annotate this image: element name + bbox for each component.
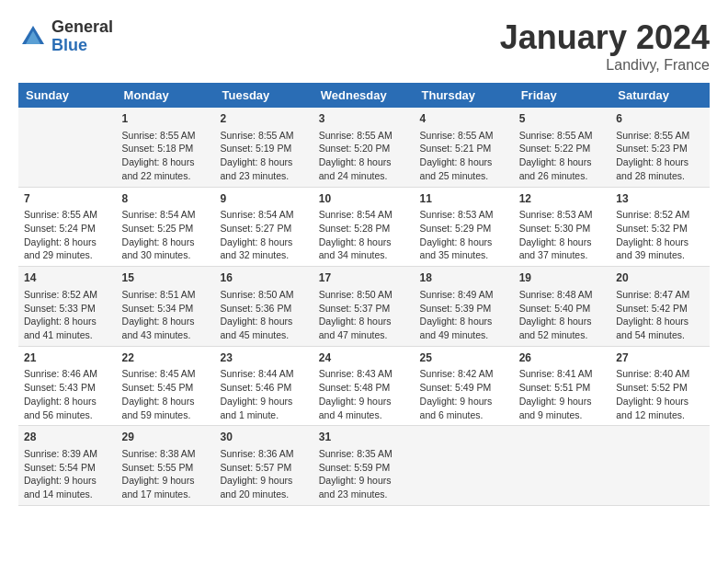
day-number: 15 — [122, 270, 210, 286]
day-cell: 10Sunrise: 8:54 AMSunset: 5:28 PMDayligh… — [313, 187, 415, 267]
day-number: 18 — [420, 270, 508, 286]
logo-blue-text: Blue — [51, 37, 113, 55]
sunset-text: Sunset: 5:33 PM — [24, 303, 96, 314]
day-number: 30 — [221, 430, 308, 445]
page-title: January 2024 — [500, 18, 710, 57]
sunset-text: Sunset: 5:40 PM — [519, 303, 591, 314]
sunrise-text: Sunrise: 8:43 AM — [319, 368, 392, 379]
sunrise-text: Sunrise: 8:39 AM — [24, 448, 97, 459]
day-cell: 31Sunrise: 8:35 AMSunset: 5:59 PMDayligh… — [313, 426, 415, 506]
sunrise-text: Sunrise: 8:44 AM — [221, 368, 294, 379]
sunrise-text: Sunrise: 8:54 AM — [221, 209, 294, 220]
sunrise-text: Sunrise: 8:50 AM — [221, 289, 294, 300]
daylight-text: Daylight: 8 hours and 30 minutes. — [122, 236, 195, 261]
day-cell: 29Sunrise: 8:38 AMSunset: 5:55 PMDayligh… — [117, 426, 215, 506]
daylight-text: Daylight: 8 hours and 34 minutes. — [319, 236, 392, 261]
day-cell — [18, 108, 117, 187]
sunrise-text: Sunrise: 8:55 AM — [221, 130, 294, 141]
daylight-text: Daylight: 9 hours and 12 minutes. — [616, 396, 688, 420]
daylight-text: Daylight: 8 hours and 56 minutes. — [24, 396, 97, 420]
week-row-3: 21Sunrise: 8:46 AMSunset: 5:43 PMDayligh… — [18, 346, 710, 426]
sunrise-text: Sunrise: 8:50 AM — [319, 289, 392, 300]
daylight-text: Daylight: 8 hours and 45 minutes. — [221, 316, 293, 340]
daylight-text: Daylight: 8 hours and 29 minutes. — [24, 236, 97, 261]
day-number: 2 — [221, 111, 308, 127]
calendar-table: SundayMondayTuesdayWednesdayThursdayFrid… — [18, 83, 710, 506]
sunset-text: Sunset: 5:43 PM — [24, 382, 96, 393]
sunset-text: Sunset: 5:29 PM — [420, 223, 492, 234]
day-number: 28 — [24, 430, 111, 445]
daylight-text: Daylight: 8 hours and 25 minutes. — [420, 156, 493, 181]
day-cell: 18Sunrise: 8:49 AMSunset: 5:39 PMDayligh… — [415, 267, 514, 347]
sunset-text: Sunset: 5:28 PM — [319, 223, 391, 234]
week-row-1: 7Sunrise: 8:55 AMSunset: 5:24 PMDaylight… — [18, 187, 710, 267]
logo: General Blue — [18, 18, 113, 55]
day-number: 26 — [519, 350, 606, 366]
day-cell — [514, 426, 611, 506]
daylight-text: Daylight: 9 hours and 4 minutes. — [319, 396, 392, 420]
daylight-text: Daylight: 8 hours and 22 minutes. — [122, 156, 195, 181]
day-number: 21 — [24, 350, 111, 366]
daylight-text: Daylight: 8 hours and 49 minutes. — [420, 316, 493, 340]
title-section: January 2024 Landivy, France — [500, 18, 710, 74]
daylight-text: Daylight: 8 hours and 54 minutes. — [616, 316, 688, 340]
header-wednesday: Wednesday — [313, 83, 415, 108]
day-number: 20 — [616, 270, 704, 286]
sunrise-text: Sunrise: 8:35 AM — [319, 448, 392, 459]
sunset-text: Sunset: 5:57 PM — [221, 462, 292, 473]
sunrise-text: Sunrise: 8:54 AM — [319, 209, 392, 220]
logo-general-text: General — [51, 18, 113, 37]
sunrise-text: Sunrise: 8:41 AM — [519, 368, 593, 379]
page-header: General Blue January 2024 Landivy, Franc… — [18, 18, 710, 74]
day-number: 7 — [24, 191, 111, 207]
daylight-text: Daylight: 9 hours and 9 minutes. — [519, 396, 592, 420]
header-saturday: Saturday — [610, 83, 710, 108]
daylight-text: Daylight: 8 hours and 37 minutes. — [519, 236, 592, 261]
day-number: 4 — [420, 111, 508, 127]
sunrise-text: Sunrise: 8:49 AM — [420, 289, 494, 300]
day-cell: 3Sunrise: 8:55 AMSunset: 5:20 PMDaylight… — [313, 108, 415, 187]
day-number: 23 — [221, 350, 308, 366]
daylight-text: Daylight: 9 hours and 20 minutes. — [221, 475, 293, 500]
day-number: 14 — [24, 270, 111, 286]
daylight-text: Daylight: 8 hours and 32 minutes. — [221, 236, 293, 261]
daylight-text: Daylight: 8 hours and 39 minutes. — [616, 236, 688, 261]
sunrise-text: Sunrise: 8:53 AM — [519, 209, 593, 220]
daylight-text: Daylight: 8 hours and 23 minutes. — [221, 156, 293, 181]
day-cell: 20Sunrise: 8:47 AMSunset: 5:42 PMDayligh… — [610, 267, 710, 347]
day-cell: 5Sunrise: 8:55 AMSunset: 5:22 PMDaylight… — [514, 108, 611, 187]
day-cell: 6Sunrise: 8:55 AMSunset: 5:23 PMDaylight… — [610, 108, 710, 187]
sunrise-text: Sunrise: 8:52 AM — [616, 209, 689, 220]
sunset-text: Sunset: 5:42 PM — [616, 303, 688, 314]
day-cell: 24Sunrise: 8:43 AMSunset: 5:48 PMDayligh… — [313, 346, 415, 426]
sunrise-text: Sunrise: 8:36 AM — [221, 448, 294, 459]
daylight-text: Daylight: 8 hours and 35 minutes. — [420, 236, 493, 261]
sunrise-text: Sunrise: 8:47 AM — [616, 289, 689, 300]
day-number: 9 — [221, 191, 308, 207]
sunset-text: Sunset: 5:23 PM — [616, 143, 688, 154]
day-cell: 16Sunrise: 8:50 AMSunset: 5:36 PMDayligh… — [215, 267, 313, 347]
day-number: 11 — [420, 191, 508, 207]
logo-text: General Blue — [51, 18, 113, 55]
day-cell: 1Sunrise: 8:55 AMSunset: 5:18 PMDaylight… — [117, 108, 215, 187]
day-cell: 14Sunrise: 8:52 AMSunset: 5:33 PMDayligh… — [18, 267, 117, 347]
sunset-text: Sunset: 5:55 PM — [122, 462, 194, 473]
day-number: 24 — [319, 350, 409, 366]
week-row-2: 14Sunrise: 8:52 AMSunset: 5:33 PMDayligh… — [18, 267, 710, 347]
header-friday: Friday — [514, 83, 611, 108]
sunrise-text: Sunrise: 8:55 AM — [319, 130, 392, 141]
sunrise-text: Sunrise: 8:52 AM — [24, 289, 97, 300]
day-number: 8 — [122, 191, 210, 207]
sunset-text: Sunset: 5:19 PM — [221, 143, 292, 154]
sunset-text: Sunset: 5:48 PM — [319, 382, 391, 393]
day-cell: 25Sunrise: 8:42 AMSunset: 5:49 PMDayligh… — [415, 346, 514, 426]
sunset-text: Sunset: 5:22 PM — [519, 143, 591, 154]
header-monday: Monday — [117, 83, 215, 108]
sunset-text: Sunset: 5:45 PM — [122, 382, 194, 393]
day-cell: 8Sunrise: 8:54 AMSunset: 5:25 PMDaylight… — [117, 187, 215, 267]
day-cell: 13Sunrise: 8:52 AMSunset: 5:32 PMDayligh… — [610, 187, 710, 267]
week-row-0: 1Sunrise: 8:55 AMSunset: 5:18 PMDaylight… — [18, 108, 710, 187]
sunrise-text: Sunrise: 8:54 AM — [122, 209, 196, 220]
sunset-text: Sunset: 5:32 PM — [616, 223, 688, 234]
sunset-text: Sunset: 5:24 PM — [24, 223, 96, 234]
